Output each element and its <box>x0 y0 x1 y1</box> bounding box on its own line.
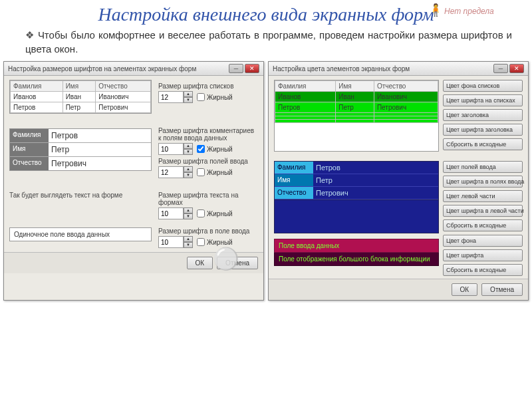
color-field-preview: ФамилияПетров ИмяПетр ОтчествоПетрович <box>274 161 439 200</box>
field-preview-form: ФамилияПетров ИмяПетр ОтчествоПетрович <box>9 128 152 171</box>
reset-button-2[interactable]: Сбросить в исходные <box>443 219 523 231</box>
ok-button[interactable]: ОК <box>187 257 213 269</box>
list-font-color-button[interactable]: Цвет шрифта на списках <box>443 94 523 106</box>
data-entry-field-preview: Поле ввода данных <box>274 239 439 253</box>
form-text-spinner[interactable]: ▲▼ <box>158 207 193 219</box>
watermark: 🧍Нет предела <box>428 3 528 20</box>
form-text-font-label: Размер шрифта текста на формах <box>158 192 258 206</box>
table-row: ПетровПетрПетрович <box>275 102 438 113</box>
table-row: ПетровПетрПетрович <box>11 102 151 113</box>
big-block-preview: Поле отображения большого блока информац… <box>274 253 439 266</box>
cancel-button[interactable]: Отмена <box>481 283 523 296</box>
list-preview-table[interactable]: ФамилияИмяОтчество ИвановИванИванович Пе… <box>9 80 152 114</box>
close-button[interactable]: ✕ <box>245 64 259 73</box>
ok-button[interactable]: ОК <box>452 283 478 296</box>
input-font-label: Размер шрифта полей ввода <box>158 158 258 165</box>
list-font-label: Размер шрифта списков <box>158 82 258 90</box>
comment-bold-checkbox[interactable]: Жирный <box>197 145 233 153</box>
input-font-spinner[interactable]: ▲▼ <box>158 166 193 178</box>
font-color-button[interactable]: Цвет шрифта <box>443 249 523 261</box>
list-bold-checkbox[interactable]: Жирный <box>197 93 233 101</box>
window-title: Настройка цвета элементов экранных форм <box>273 65 410 72</box>
table-row: ИвановИванИванович <box>11 92 151 102</box>
single-input-bold-checkbox[interactable]: Жирный <box>197 238 233 246</box>
minimize-button[interactable]: ─ <box>493 64 508 73</box>
comment-font-spinner[interactable]: ▲▼ <box>158 143 193 155</box>
comment-font-label: Размер шрифта комментариев к полям ввода… <box>158 127 258 142</box>
reset-button-3[interactable]: Сбросить в исходные <box>443 264 523 276</box>
table-row: ИвановИванИванович <box>275 92 438 102</box>
single-input-spinner[interactable]: ▲▼ <box>158 236 193 248</box>
color-list-preview[interactable]: ФамилияИмяОтчество ИвановИванИванович Пе… <box>274 80 439 152</box>
single-input-font-label: Размер шрифта в поле ввода <box>158 227 258 235</box>
left-part-font-color-button[interactable]: Цвет шрифта в левой части <box>443 205 523 217</box>
mannequin-icon: ⚪ <box>213 246 239 271</box>
window-title: Настройка размеров шрифтов на элементах … <box>8 65 196 72</box>
color-settings-window: Настройка цвета элементов экранных форм … <box>268 61 529 301</box>
close-button[interactable]: ✕ <box>509 64 524 73</box>
header-color-button[interactable]: Цвет заголовка <box>443 109 523 121</box>
header-font-color-button[interactable]: Цвет шрифта заголовка <box>443 124 523 136</box>
form-text-bold-checkbox[interactable]: Жирный <box>197 209 233 217</box>
form-text-preview: Так будет выглядеть текст на форме <box>9 189 152 201</box>
minimize-button[interactable]: ─ <box>229 64 243 73</box>
page-subtitle: Чтобы было комфортнее и веселее работать… <box>0 27 532 61</box>
bg-color-button[interactable]: Цвет фона <box>443 235 523 247</box>
list-bg-color-button[interactable]: Цвет фона списков <box>443 80 523 92</box>
input-bold-checkbox[interactable]: Жирный <box>197 168 233 176</box>
input-font-color-button[interactable]: Цвет шрифта в полях ввода <box>443 176 523 188</box>
reset-button[interactable]: Сбросить в исходные <box>443 138 523 150</box>
list-font-size-spinner[interactable]: ▲▼ <box>158 91 193 103</box>
left-part-color-button[interactable]: Цвет левой части <box>443 190 523 202</box>
single-input-preview[interactable]: Одиночное поле ввода данных <box>9 227 152 241</box>
input-color-button[interactable]: Цвет полей ввода <box>443 161 523 173</box>
